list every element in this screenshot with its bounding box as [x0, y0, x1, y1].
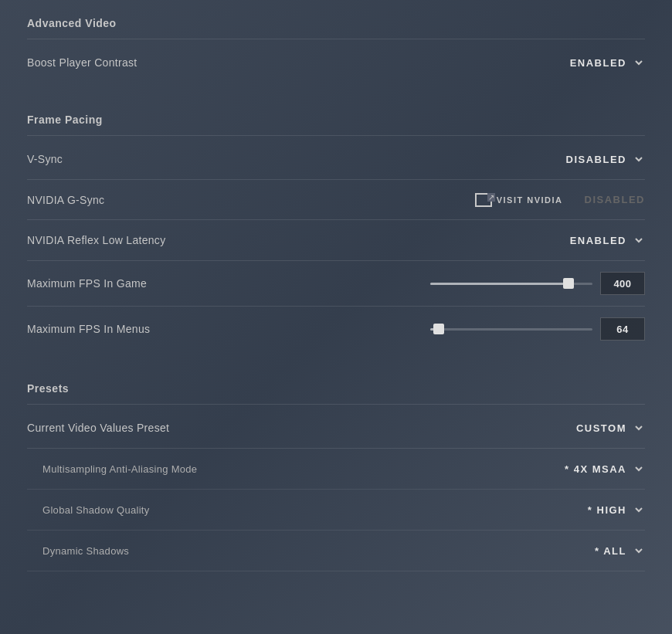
vsync-control: DISABLED	[566, 150, 645, 168]
msaa-mode-value: * 4X MSAA	[565, 463, 626, 475]
msaa-mode-control: * 4X MSAA	[565, 459, 645, 478]
nvidia-reflex-control: ENABLED	[570, 231, 645, 249]
boost-player-contrast-value: ENABLED	[570, 57, 626, 69]
vsync-value: DISABLED	[566, 154, 626, 165]
shadow-quality-value: * HIGH	[588, 504, 626, 516]
nvidia-reflex-chevron	[633, 234, 645, 246]
nvidia-reflex-value: ENABLED	[570, 235, 626, 246]
visit-nvidia-link[interactable]: VISIT NVIDIA	[475, 193, 563, 207]
dynamic-shadows-row: Dynamic Shadows * ALL	[27, 531, 645, 571]
current-preset-dropdown[interactable]: CUSTOM	[576, 419, 645, 437]
shadow-quality-label: Global Shadow Quality	[35, 504, 150, 516]
max-fps-menus-label: Maximum FPS In Menus	[27, 323, 150, 335]
max-fps-game-input[interactable]	[600, 272, 645, 295]
dynamic-shadows-chevron	[633, 544, 645, 557]
shadow-quality-dropdown[interactable]: * HIGH	[588, 500, 645, 519]
max-fps-menus-control	[150, 317, 645, 341]
max-fps-game-slider-wrapper	[430, 276, 592, 291]
current-preset-control: CUSTOM	[576, 419, 645, 437]
shadow-quality-control: * HIGH	[588, 500, 645, 519]
max-fps-menus-track	[430, 328, 592, 331]
presets-section: Presets Current Video Values Preset CUST…	[27, 373, 645, 571]
nvidia-gsync-control: VISIT NVIDIA DISABLED	[475, 191, 645, 209]
max-fps-game-track	[430, 283, 592, 285]
nvidia-gsync-value: DISABLED	[585, 194, 645, 205]
current-preset-value: CUSTOM	[576, 422, 626, 434]
advanced-video-title: Advanced Video	[27, 8, 645, 36]
current-preset-chevron	[633, 422, 645, 434]
max-fps-menus-row: Maximum FPS In Menus	[27, 307, 645, 351]
msaa-mode-chevron	[633, 463, 645, 475]
max-fps-menus-thumb[interactable]	[433, 324, 444, 334]
boost-player-contrast-row: Boost Player Contrast ENABLED	[27, 42, 645, 83]
frame-pacing-section: Frame Pacing V-Sync DISABLED NVIDIA G-Sy…	[27, 104, 645, 351]
boost-player-contrast-chevron	[633, 56, 645, 69]
boost-player-contrast-control: ENABLED	[570, 53, 645, 72]
shadow-quality-row: Global Shadow Quality * HIGH	[27, 490, 645, 531]
vsync-dropdown[interactable]: DISABLED	[566, 150, 645, 168]
msaa-mode-label: Multisampling Anti-Aliasing Mode	[35, 463, 197, 475]
visit-nvidia-text: VISIT NVIDIA	[497, 195, 563, 205]
msaa-mode-dropdown[interactable]: * 4X MSAA	[565, 459, 645, 478]
nvidia-reflex-label: NVIDIA Reflex Low Latency	[27, 234, 165, 246]
max-fps-menus-slider-wrapper	[430, 321, 592, 337]
vsync-chevron	[633, 153, 645, 165]
preset-sub-settings: Multisampling Anti-Aliasing Mode * 4X MS…	[27, 449, 645, 571]
vsync-label: V-Sync	[27, 153, 63, 165]
current-preset-row: Current Video Values Preset CUSTOM	[27, 408, 645, 449]
nvidia-gsync-label: NVIDIA G-Sync	[27, 194, 104, 206]
dynamic-shadows-label: Dynamic Shadows	[35, 545, 129, 557]
presets-title: Presets	[27, 373, 645, 401]
max-fps-game-label: Maximum FPS In Game	[27, 277, 147, 290]
max-fps-menus-input[interactable]	[600, 317, 645, 341]
dynamic-shadows-dropdown[interactable]: * ALL	[595, 541, 645, 560]
boost-player-contrast-dropdown[interactable]: ENABLED	[570, 53, 645, 72]
vsync-row: V-Sync DISABLED	[27, 139, 645, 180]
nvidia-reflex-row: NVIDIA Reflex Low Latency ENABLED	[27, 220, 645, 261]
max-fps-game-control	[147, 272, 645, 295]
advanced-video-section: Advanced Video Boost Player Contrast ENA…	[27, 8, 645, 83]
nvidia-gsync-dropdown[interactable]: DISABLED	[585, 191, 645, 209]
external-link-icon	[475, 193, 492, 207]
msaa-mode-row: Multisampling Anti-Aliasing Mode * 4X MS…	[27, 449, 645, 490]
max-fps-game-row: Maximum FPS In Game	[27, 261, 645, 307]
max-fps-game-fill	[430, 283, 568, 285]
boost-player-contrast-label: Boost Player Contrast	[27, 56, 137, 69]
nvidia-reflex-dropdown[interactable]: ENABLED	[570, 231, 645, 249]
nvidia-gsync-row: NVIDIA G-Sync VISIT NVIDIA DISABLED	[27, 180, 645, 220]
shadow-quality-chevron	[633, 503, 645, 516]
current-preset-label: Current Video Values Preset	[27, 422, 169, 434]
dynamic-shadows-value: * ALL	[595, 545, 626, 557]
frame-pacing-title: Frame Pacing	[27, 104, 645, 132]
dynamic-shadows-control: * ALL	[595, 541, 645, 560]
max-fps-game-thumb[interactable]	[563, 278, 574, 289]
